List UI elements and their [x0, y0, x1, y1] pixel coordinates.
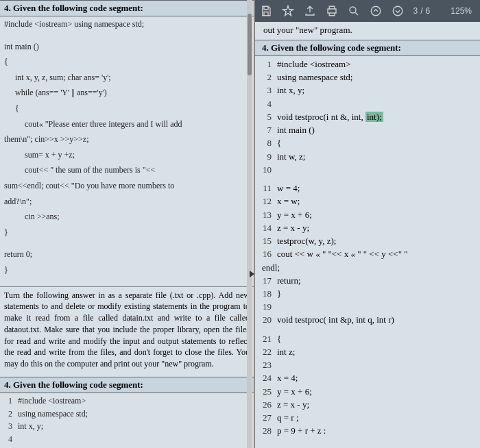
page-current: 3	[413, 6, 418, 16]
svg-point-0	[350, 7, 356, 13]
panel-divider-arrow-icon[interactable]	[250, 271, 254, 277]
code-cout1: cout« "Please enter three integers and I…	[0, 116, 254, 132]
code-decl: int x, y, z, sum; char ans= 'y';	[0, 70, 254, 86]
question-4-header-2: 4. Given the following code segment:	[0, 377, 254, 393]
right-question-4-header: 4. Given the following code segment:	[255, 40, 480, 56]
code-include: #include <iostream> using namespace std;	[0, 16, 254, 32]
instructions-text: Turn the following answer in as a separa…	[0, 286, 254, 373]
question-4-header: 4. Given the following code segment:	[0, 0, 254, 16]
code-cout2c: add?\n";	[0, 194, 254, 210]
save-icon[interactable]	[259, 4, 273, 18]
star-icon[interactable]	[281, 4, 295, 18]
page-indicator: 3 / 6	[413, 6, 431, 16]
code-cin: cin >>ans;	[0, 209, 254, 225]
left-document-panel: 4. Given the following code segment: #in…	[0, 0, 255, 448]
code-while: while (ans== 'Y' || ans=='y')	[0, 85, 254, 101]
zoom-level: 125%	[451, 6, 472, 16]
code-brace2: {	[0, 101, 254, 116]
code-sum: sum= x + y +z;	[0, 147, 254, 163]
code-braceclose: }	[0, 225, 254, 240]
right-top-fragment: out your "new" program.	[255, 22, 480, 40]
page-down-icon[interactable]	[391, 4, 405, 18]
right-code-block: 1#include <iostream> 2using namespace st…	[255, 56, 480, 439]
code-cout1b: them\n"; cin>>x >>y>>z;	[0, 132, 254, 147]
highlighted-int: int);	[365, 112, 383, 122]
page-sep: /	[420, 6, 422, 16]
right-document-panel: out your "new" program. 4. Given the fol…	[255, 22, 480, 448]
code-brace: {	[0, 54, 254, 70]
upload-icon[interactable]	[303, 4, 317, 18]
print-icon[interactable]	[325, 4, 339, 18]
pdf-toolbar: 3 / 6 125%	[254, 0, 480, 22]
page-up-icon[interactable]	[369, 4, 383, 18]
code-braceclose2: }	[0, 262, 254, 278]
code-main-sig: int main ()	[0, 39, 254, 55]
page-total: 6	[426, 6, 431, 16]
search-icon[interactable]	[347, 4, 361, 18]
svg-point-1	[371, 6, 381, 16]
code-cout2: cout<< " the sum of the numbers is "<<	[0, 162, 254, 178]
svg-point-2	[393, 6, 403, 16]
left-scrollbar[interactable]	[247, 0, 252, 448]
code-cout2b: sum<<endl; cout<< "Do you have more numb…	[0, 178, 254, 194]
endl-label: endl;	[262, 261, 476, 274]
code-return: return 0;	[0, 247, 254, 262]
bottom-code: 1#include <iostream> 2using namespace st…	[0, 393, 254, 447]
